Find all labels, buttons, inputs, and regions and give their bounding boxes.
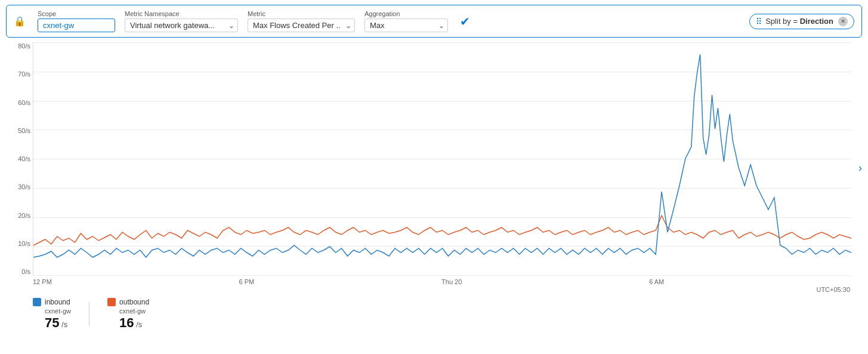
y-label-10: 10/s: [6, 240, 30, 247]
y-label-30: 30/s: [6, 183, 30, 190]
y-axis: 80/s 70/s 60/s 50/s 40/s 30/s 20/s 10/s …: [6, 42, 33, 275]
legend-unit-outbound: /s: [134, 320, 143, 329]
split-by-close-button[interactable]: ✕: [838, 17, 848, 26]
metric-namespace-label: Metric Namespace: [125, 10, 238, 17]
scope-input[interactable]: [38, 19, 115, 32]
scope-field-group: Scope: [38, 10, 115, 32]
aggregation-dropdown[interactable]: Max: [365, 19, 448, 32]
legend-sub-outbound: cxnet-gw: [119, 307, 149, 315]
legend-title-inbound: inbound: [45, 298, 70, 306]
confirm-icon: ✔: [460, 14, 470, 29]
x-label-6pm: 6 PM: [239, 278, 255, 285]
metric-dropdown[interactable]: Max Flows Created Per ...: [248, 19, 355, 32]
metric-namespace-field-group: Metric Namespace Virtual network gatewa.…: [125, 10, 238, 32]
split-by-text: Split by = Direction: [765, 17, 833, 26]
next-arrow[interactable]: ›: [858, 162, 862, 174]
utc-label: UTC+05:30: [816, 286, 850, 293]
lock-icon: 🔒: [14, 16, 26, 27]
y-label-40: 40/s: [6, 155, 30, 162]
scope-label: Scope: [38, 10, 115, 17]
aggregation-field-group: Aggregation Max: [365, 10, 448, 32]
y-label-0: 0/s: [6, 268, 30, 275]
y-label-60: 60/s: [6, 99, 30, 106]
legend-value-inbound: 75 /s: [45, 316, 71, 330]
metric-namespace-dropdown[interactable]: Virtual network gatewa...: [125, 19, 238, 32]
split-icon: ⠿: [756, 17, 762, 26]
legend-value-outbound: 16 /s: [119, 316, 149, 330]
split-by-badge: ⠿ Split by = Direction ✕: [749, 14, 854, 29]
x-axis: 12 PM 6 PM Thu 20 6 AM: [33, 278, 851, 293]
metric-dropdown-wrapper: Max Flows Created Per ...: [248, 19, 355, 32]
x-label-12pm: 12 PM: [33, 278, 52, 285]
metric-selector-bar: 🔒 Scope Metric Namespace Virtual network…: [6, 5, 862, 38]
metric-namespace-dropdown-wrapper: Virtual network gatewa...: [125, 19, 238, 32]
y-label-20: 20/s: [6, 212, 30, 219]
chart-area: 80/s 70/s 60/s 50/s 40/s 30/s 20/s 10/s …: [6, 42, 862, 293]
chart-inner: [33, 42, 851, 275]
legend-area: inbound cxnet-gw 75 /s outbound cxnet-gw…: [0, 293, 868, 335]
grid-line-0: [33, 275, 851, 276]
legend-header-inbound: inbound: [33, 298, 71, 306]
metric-field-group: Metric Max Flows Created Per ...: [248, 10, 355, 32]
metric-label: Metric: [248, 10, 355, 17]
aggregation-label: Aggregation: [365, 10, 448, 17]
chart-svg: [33, 42, 851, 275]
legend-header-outbound: outbound: [107, 298, 149, 306]
aggregation-dropdown-wrapper: Max: [365, 19, 448, 32]
y-label-70: 70/s: [6, 70, 30, 78]
legend-title-outbound: outbound: [119, 298, 149, 306]
y-label-50: 50/s: [6, 127, 30, 134]
y-label-80: 80/s: [6, 42, 30, 50]
legend-item-inbound: inbound cxnet-gw 75 /s: [33, 298, 71, 330]
x-label-thu20: Thu 20: [441, 278, 462, 285]
legend-sub-inbound: cxnet-gw: [45, 307, 71, 315]
legend-swatch-outbound: [107, 298, 116, 306]
legend-swatch-inbound: [33, 298, 41, 306]
legend-divider: [89, 302, 89, 326]
legend-item-outbound: outbound cxnet-gw 16 /s: [107, 298, 149, 330]
legend-unit-inbound: /s: [59, 320, 67, 329]
x-label-6am: 6 AM: [649, 278, 664, 285]
